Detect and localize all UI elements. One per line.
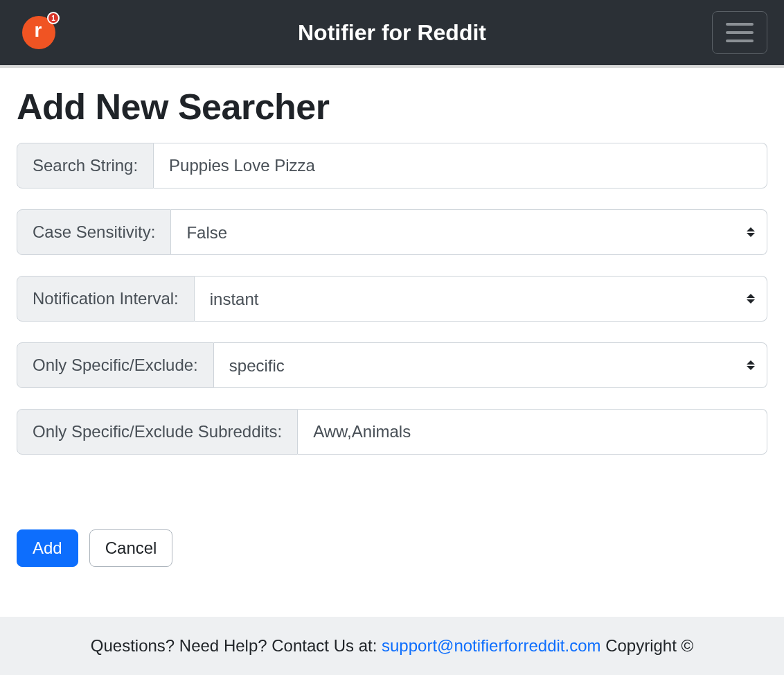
specific-exclude-select[interactable]: specific xyxy=(214,342,767,388)
case-sensitivity-select[interactable]: False xyxy=(171,209,767,255)
logo-icon: r 1 xyxy=(22,16,55,49)
subreddits-input[interactable] xyxy=(298,409,767,455)
subreddits-label: Only Specific/Exclude Subreddits: xyxy=(17,409,298,455)
footer: Questions? Need Help? Contact Us at: sup… xyxy=(0,617,784,675)
menu-toggle-button[interactable] xyxy=(712,11,767,54)
support-email-link[interactable]: support@notifierforreddit.com xyxy=(382,636,601,655)
page-title: Add New Searcher xyxy=(17,86,767,128)
add-button[interactable]: Add xyxy=(17,529,78,567)
case-sensitivity-label: Case Sensitivity: xyxy=(17,209,171,255)
search-string-label: Search String: xyxy=(17,143,154,189)
app-title: Notifier for Reddit xyxy=(298,20,486,46)
footer-text-suffix: Copyright © xyxy=(601,636,694,655)
search-string-group: Search String: xyxy=(17,143,767,189)
subreddits-group: Only Specific/Exclude Subreddits: xyxy=(17,409,767,455)
navbar: r 1 Notifier for Reddit xyxy=(0,0,784,68)
specific-exclude-group: Only Specific/Exclude: specific xyxy=(17,342,767,388)
specific-exclude-label: Only Specific/Exclude: xyxy=(17,342,214,388)
hamburger-icon xyxy=(726,23,754,26)
brand[interactable]: r 1 xyxy=(22,16,55,49)
footer-text-prefix: Questions? Need Help? Contact Us at: xyxy=(91,636,382,655)
case-sensitivity-group: Case Sensitivity: False xyxy=(17,209,767,255)
notification-interval-select[interactable]: instant xyxy=(195,276,767,322)
button-row: Add Cancel xyxy=(17,529,767,567)
main-content: Add New Searcher Search String: Case Sen… xyxy=(0,68,784,567)
cancel-button[interactable]: Cancel xyxy=(89,529,173,567)
search-string-input[interactable] xyxy=(154,143,767,189)
notification-interval-group: Notification Interval: instant xyxy=(17,276,767,322)
notification-interval-label: Notification Interval: xyxy=(17,276,195,322)
notification-badge: 1 xyxy=(47,12,60,24)
